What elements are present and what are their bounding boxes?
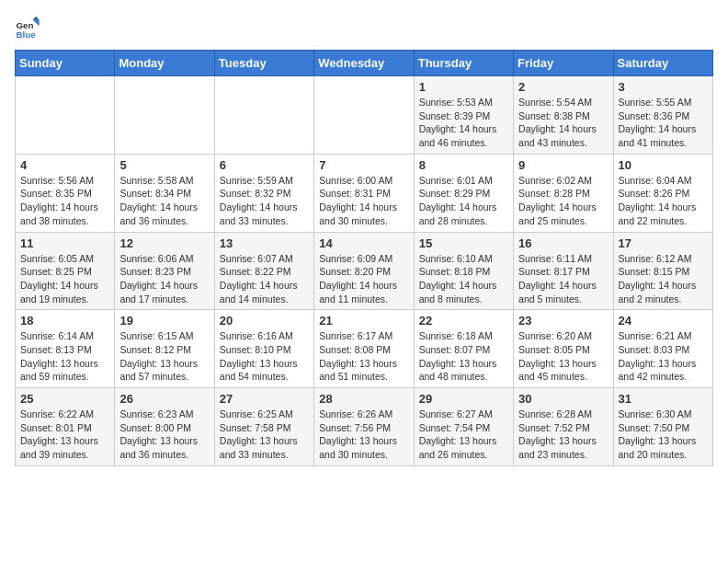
week-row-3: 11Sunrise: 6:05 AM Sunset: 8:25 PM Dayli… [16,232,713,310]
week-row-2: 4Sunrise: 5:56 AM Sunset: 8:35 PM Daylig… [16,154,713,232]
day-number: 14 [319,236,408,250]
calendar-cell: 18Sunrise: 6:14 AM Sunset: 8:13 PM Dayli… [16,310,115,388]
week-row-5: 25Sunrise: 6:22 AM Sunset: 8:01 PM Dayli… [16,388,713,466]
day-number: 18 [20,314,109,327]
calendar-cell: 29Sunrise: 6:27 AM Sunset: 7:54 PM Dayli… [414,388,513,466]
day-info: Sunrise: 6:27 AM Sunset: 7:54 PM Dayligh… [419,408,508,462]
week-row-1: 1Sunrise: 5:53 AM Sunset: 8:39 PM Daylig… [16,76,713,155]
day-info: Sunrise: 6:11 AM Sunset: 8:17 PM Dayligh… [518,252,608,306]
day-number: 23 [518,314,608,327]
calendar-cell: 2Sunrise: 5:54 AM Sunset: 8:38 PM Daylig… [514,76,613,155]
day-info: Sunrise: 6:26 AM Sunset: 7:56 PM Dayligh… [319,408,408,462]
day-number: 10 [619,158,708,172]
header-day-monday: Monday [115,51,214,76]
calendar-cell: 8Sunrise: 6:01 AM Sunset: 8:29 PM Daylig… [414,154,513,232]
calendar-cell: 9Sunrise: 6:02 AM Sunset: 8:28 PM Daylig… [514,154,613,232]
calendar-header: SundayMondayTuesdayWednesdayThursdayFrid… [16,51,713,76]
calendar-table: SundayMondayTuesdayWednesdayThursdayFrid… [15,50,713,466]
day-info: Sunrise: 6:01 AM Sunset: 8:29 PM Dayligh… [419,174,508,228]
day-info: Sunrise: 6:16 AM Sunset: 8:10 PM Dayligh… [220,329,309,384]
svg-marker-2 [33,20,40,27]
header-day-thursday: Thursday [414,51,513,76]
calendar-cell: 21Sunrise: 6:17 AM Sunset: 8:08 PM Dayli… [314,310,414,388]
calendar-cell [214,76,313,155]
day-info: Sunrise: 6:28 AM Sunset: 7:52 PM Dayligh… [518,408,608,462]
calendar-cell [115,76,214,155]
day-info: Sunrise: 6:22 AM Sunset: 8:01 PM Dayligh… [20,408,109,462]
calendar-cell [314,76,414,155]
calendar-cell: 22Sunrise: 6:18 AM Sunset: 8:07 PM Dayli… [414,310,513,388]
day-info: Sunrise: 6:25 AM Sunset: 7:58 PM Dayligh… [220,408,309,462]
calendar-cell: 17Sunrise: 6:12 AM Sunset: 8:15 PM Dayli… [613,232,712,310]
day-number: 1 [419,80,508,94]
calendar-cell: 19Sunrise: 6:15 AM Sunset: 8:12 PM Dayli… [115,310,214,388]
calendar-cell: 30Sunrise: 6:28 AM Sunset: 7:52 PM Dayli… [514,388,613,466]
day-number: 24 [619,314,708,327]
logo-icon: Gen Blue [15,15,40,40]
calendar-cell [16,76,115,155]
day-info: Sunrise: 6:14 AM Sunset: 8:13 PM Dayligh… [20,329,109,384]
day-number: 4 [20,158,109,172]
day-info: Sunrise: 6:07 AM Sunset: 8:22 PM Dayligh… [220,252,309,306]
logo: Gen Blue [15,15,44,40]
day-number: 2 [518,80,608,94]
day-info: Sunrise: 5:59 AM Sunset: 8:32 PM Dayligh… [220,174,309,228]
day-number: 27 [220,392,309,406]
calendar-cell: 26Sunrise: 6:23 AM Sunset: 8:00 PM Dayli… [115,388,214,466]
day-info: Sunrise: 6:17 AM Sunset: 8:08 PM Dayligh… [319,329,408,384]
day-info: Sunrise: 5:55 AM Sunset: 8:36 PM Dayligh… [619,96,708,150]
header-row: SundayMondayTuesdayWednesdayThursdayFrid… [16,51,713,76]
calendar-cell: 31Sunrise: 6:30 AM Sunset: 7:50 PM Dayli… [613,388,712,466]
day-info: Sunrise: 6:30 AM Sunset: 7:50 PM Dayligh… [619,408,708,462]
calendar-cell: 15Sunrise: 6:10 AM Sunset: 8:18 PM Dayli… [414,232,513,310]
week-row-4: 18Sunrise: 6:14 AM Sunset: 8:13 PM Dayli… [16,310,713,388]
day-info: Sunrise: 6:23 AM Sunset: 8:00 PM Dayligh… [119,408,209,462]
day-number: 3 [619,80,708,94]
calendar-cell: 24Sunrise: 6:21 AM Sunset: 8:03 PM Dayli… [613,310,712,388]
calendar-cell: 11Sunrise: 6:05 AM Sunset: 8:25 PM Dayli… [16,232,115,310]
day-number: 19 [119,314,209,327]
calendar-body: 1Sunrise: 5:53 AM Sunset: 8:39 PM Daylig… [16,76,713,466]
calendar-cell: 5Sunrise: 5:58 AM Sunset: 8:34 PM Daylig… [115,154,214,232]
calendar-cell: 10Sunrise: 6:04 AM Sunset: 8:26 PM Dayli… [613,154,712,232]
day-info: Sunrise: 6:09 AM Sunset: 8:20 PM Dayligh… [319,252,408,306]
day-info: Sunrise: 6:06 AM Sunset: 8:23 PM Dayligh… [119,252,209,306]
svg-marker-3 [33,17,40,20]
day-number: 26 [119,392,209,406]
day-number: 21 [319,314,408,327]
day-number: 31 [619,392,708,406]
calendar-cell: 13Sunrise: 6:07 AM Sunset: 8:22 PM Dayli… [214,232,313,310]
day-info: Sunrise: 6:20 AM Sunset: 8:05 PM Dayligh… [518,329,608,384]
calendar-cell: 25Sunrise: 6:22 AM Sunset: 8:01 PM Dayli… [16,388,115,466]
calendar-cell: 4Sunrise: 5:56 AM Sunset: 8:35 PM Daylig… [16,154,115,232]
day-info: Sunrise: 6:05 AM Sunset: 8:25 PM Dayligh… [20,252,109,306]
header-day-tuesday: Tuesday [214,51,313,76]
header-day-saturday: Saturday [613,51,712,76]
day-info: Sunrise: 6:21 AM Sunset: 8:03 PM Dayligh… [619,329,708,384]
day-info: Sunrise: 5:58 AM Sunset: 8:34 PM Dayligh… [119,174,209,228]
day-number: 22 [419,314,508,327]
day-number: 17 [619,236,708,250]
day-info: Sunrise: 6:02 AM Sunset: 8:28 PM Dayligh… [518,174,608,228]
day-number: 6 [220,158,309,172]
header-day-sunday: Sunday [16,51,115,76]
day-number: 29 [419,392,508,406]
header-day-wednesday: Wednesday [314,51,414,76]
day-info: Sunrise: 6:18 AM Sunset: 8:07 PM Dayligh… [419,329,508,384]
calendar-cell: 27Sunrise: 6:25 AM Sunset: 7:58 PM Dayli… [214,388,313,466]
calendar-cell: 14Sunrise: 6:09 AM Sunset: 8:20 PM Dayli… [314,232,414,310]
day-number: 8 [419,158,508,172]
calendar-cell: 23Sunrise: 6:20 AM Sunset: 8:05 PM Dayli… [514,310,613,388]
day-info: Sunrise: 5:53 AM Sunset: 8:39 PM Dayligh… [419,96,508,150]
day-number: 30 [518,392,608,406]
calendar-cell: 16Sunrise: 6:11 AM Sunset: 8:17 PM Dayli… [514,232,613,310]
day-number: 5 [119,158,209,172]
day-info: Sunrise: 6:12 AM Sunset: 8:15 PM Dayligh… [619,252,708,306]
day-info: Sunrise: 5:56 AM Sunset: 8:35 PM Dayligh… [20,174,109,228]
day-number: 9 [518,158,608,172]
calendar-cell: 6Sunrise: 5:59 AM Sunset: 8:32 PM Daylig… [214,154,313,232]
day-number: 16 [518,236,608,250]
svg-text:Blue: Blue [16,29,36,40]
day-number: 13 [220,236,309,250]
calendar-cell: 3Sunrise: 5:55 AM Sunset: 8:36 PM Daylig… [613,76,712,155]
